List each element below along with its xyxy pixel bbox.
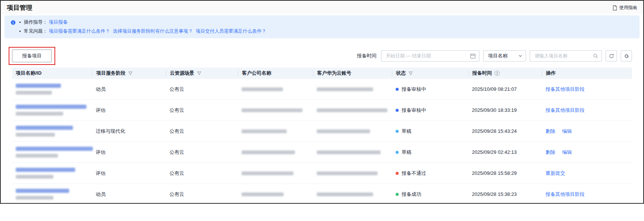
service-stage-cell: 动员 — [92, 191, 166, 198]
row-action-link[interactable]: 删除 — [546, 149, 555, 155]
project-name-cell[interactable] — [12, 105, 92, 116]
search-box — [530, 50, 602, 62]
table-row: 评估 公有云 草稿 2025/09/29 02:42:13 删除编辑 — [12, 142, 632, 163]
cloud-scene-cell: 公有云 — [166, 170, 238, 177]
project-name-cell[interactable] — [12, 189, 92, 200]
cloud-scene-cell: 公有云 — [166, 86, 238, 93]
row-action-link[interactable]: 报备其他项目阶段 — [546, 191, 585, 197]
column-header: 项目名称/ID — [12, 70, 92, 76]
actions-cell: 报备其他项目阶段 — [542, 107, 632, 114]
customer-account-cell — [313, 129, 392, 133]
table-row: 动员 公有云 报备成功 2025/09/28 15:38:23 报备其他项目阶段 — [12, 184, 632, 204]
faq-link[interactable]: 项目报备需要满足什么条件？ — [49, 28, 110, 35]
column-header[interactable]: 项目服务阶段 — [92, 70, 166, 76]
column-header[interactable]: 报备时间 — [468, 70, 542, 76]
row-action-link[interactable]: 报备其他项目阶段 — [546, 86, 585, 92]
status-dot — [396, 172, 399, 175]
project-name-redacted — [16, 147, 93, 151]
project-name-cell[interactable] — [12, 126, 92, 137]
customer-account-cell — [313, 171, 392, 175]
column-header[interactable]: 状态 — [392, 70, 468, 76]
row-action-link[interactable]: 删除 — [546, 128, 555, 134]
row-action-link[interactable]: 报备其他项目阶段 — [546, 107, 585, 113]
app-window: 项目管理 使用指南 操作指导： 项目报备 常见问题： 项目报备需要满足什么条件？… — [0, 0, 644, 204]
status-cell: 报备审核中 — [392, 107, 468, 114]
report-time-cell: 2025/09/28 15:43:24 — [468, 128, 542, 134]
filter-icon[interactable] — [128, 71, 133, 75]
table-row: 评估 公有云 报备不通过 2025/09/28 15:58:29 重新提交 — [12, 163, 632, 184]
status-cell: 报备审核中 — [392, 86, 468, 93]
row-action-link[interactable]: 编辑 — [562, 149, 572, 155]
toolbar-controls: 报备时间 开始日期 — 结束日期 项目名称 — [357, 50, 632, 62]
page-title: 项目管理 — [7, 3, 32, 12]
customer-company-cell — [238, 171, 313, 175]
row-action-link[interactable]: 重新提交 — [546, 170, 565, 176]
status-label: 报备成功 — [402, 191, 421, 198]
service-stage-cell: 迁移与现代化 — [92, 128, 166, 135]
cloud-scene-cell: 公有云 — [166, 191, 238, 198]
table-header-row: 项目名称/ID项目服务阶段云资源场景客户公司名称客户华为云账号状态报备时间操作 — [12, 68, 632, 79]
faq-link[interactable]: 项目交付人员需要满足什么条件？ — [196, 28, 266, 35]
search-input[interactable] — [535, 53, 593, 59]
customer-account-cell — [313, 108, 392, 112]
date-range-input[interactable]: 开始日期 — 结束日期 — [381, 50, 479, 62]
search-icon[interactable] — [593, 53, 598, 59]
filter-type-value: 项目名称 — [488, 53, 508, 59]
customer-company-cell — [238, 87, 313, 91]
status-dot — [396, 193, 399, 196]
project-name-cell[interactable] — [12, 84, 92, 95]
project-id-redacted — [16, 175, 53, 179]
customer-company-redacted — [242, 87, 283, 91]
settings-button[interactable] — [621, 50, 632, 62]
calendar-icon[interactable] — [470, 53, 476, 59]
usage-guide-link[interactable]: 使用指南 — [612, 5, 637, 11]
customer-account-redacted — [317, 171, 378, 175]
report-time-label: 报备时间 — [357, 53, 376, 59]
operation-guide-label: 操作指导： — [24, 19, 47, 26]
sort-icon[interactable] — [494, 71, 500, 76]
actions-cell: 删除编辑 — [542, 149, 632, 156]
operation-guide-link[interactable]: 项目报备 — [49, 19, 68, 26]
status-cell: 草稿 — [392, 149, 468, 156]
customer-company-redacted — [242, 192, 284, 196]
project-name-cell[interactable] — [12, 147, 92, 158]
status-dot — [396, 130, 399, 133]
status-label: 草稿 — [402, 128, 411, 135]
report-project-button[interactable]: 报备项目 — [12, 50, 52, 62]
operation-guide-line: 操作指导： 项目报备 — [19, 19, 266, 26]
column-header-label: 项目名称/ID — [16, 70, 42, 77]
row-action-link[interactable]: 编辑 — [562, 128, 572, 134]
cloud-scene-cell: 公有云 — [166, 107, 238, 114]
column-header-label: 客户华为云账号 — [317, 70, 351, 77]
banner-lines: 操作指导： 项目报备 常见问题： 项目报备需要满足什么条件？选择项目服务阶段时有… — [19, 19, 266, 35]
project-name-cell[interactable] — [12, 168, 92, 179]
customer-company-cell — [238, 192, 313, 196]
column-header-label: 状态 — [396, 70, 406, 77]
faq-link[interactable]: 选择项目服务阶段时有什么注意事项？ — [113, 28, 193, 35]
filter-icon[interactable] — [197, 71, 201, 75]
cloud-scene-cell: 公有云 — [166, 149, 238, 156]
filter-icon[interactable] — [408, 71, 413, 75]
column-header[interactable]: 云资源场景 — [166, 70, 238, 76]
status-label: 草稿 — [402, 149, 411, 156]
status-dot — [396, 109, 399, 112]
project-id-redacted — [16, 91, 52, 95]
toolbar: 报备项目 报备时间 开始日期 — 结束日期 项目名称 — [12, 50, 632, 62]
column-header-label: 项目服务阶段 — [96, 70, 125, 77]
projects-table: 项目名称/ID项目服务阶段云资源场景客户公司名称客户华为云账号状态报备时间操作 … — [12, 68, 632, 204]
customer-company-redacted — [242, 129, 287, 133]
refresh-button[interactable] — [606, 50, 617, 62]
customer-company-redacted — [242, 171, 293, 175]
status-cell: 报备不通过 — [392, 170, 468, 177]
project-name-redacted — [16, 84, 61, 88]
column-header-label: 操作 — [546, 70, 556, 77]
customer-account-redacted — [317, 108, 387, 112]
report-time-cell: 2025/09/30 18:33:19 — [468, 107, 542, 113]
faq-label: 常见问题： — [24, 28, 47, 35]
table-row: 动员 公有云 报备审核中 2025/10/09 08:21:07 报备其他项目阶… — [12, 79, 632, 100]
column-header: 客户华为云账号 — [313, 70, 392, 76]
filter-type-select[interactable]: 项目名称 — [483, 50, 526, 62]
status-cell: 草稿 — [392, 128, 468, 135]
service-stage-cell: 评估 — [92, 107, 166, 114]
customer-account-redacted — [317, 87, 373, 91]
